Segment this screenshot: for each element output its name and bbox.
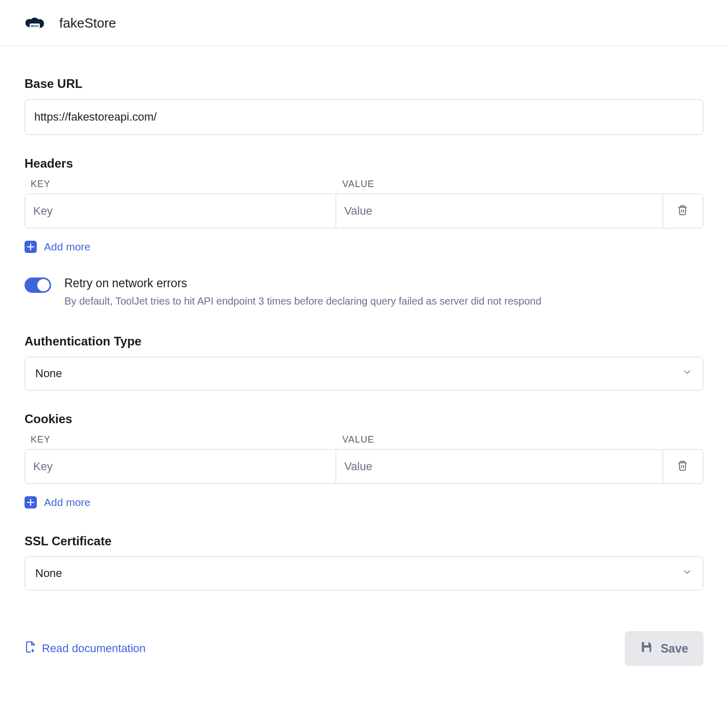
headers-add-more-button[interactable]: Add more — [25, 241, 90, 253]
plus-icon — [25, 241, 37, 253]
chevron-down-icon — [682, 566, 693, 581]
form-footer: Read documentation Save — [0, 611, 728, 686]
cookies-label: Cookies — [25, 412, 703, 426]
cookies-key-col: KEY — [25, 434, 336, 449]
retry-description: By default, ToolJet tries to hit API end… — [64, 293, 542, 309]
cookies-add-more-button[interactable]: Add more — [25, 496, 90, 509]
cookies-column-headers: KEY VALUE — [25, 434, 703, 449]
auth-type-label: Authentication Type — [25, 334, 703, 349]
svg-rect-2 — [644, 642, 649, 645]
save-button[interactable]: Save — [625, 631, 703, 666]
toggle-knob — [37, 279, 50, 291]
svg-rect-3 — [644, 648, 650, 652]
rest-api-icon: REST — [25, 16, 45, 31]
base-url-label: Base URL — [25, 77, 703, 91]
datasource-form: Base URL Headers KEY VALUE Add more R — [0, 46, 728, 611]
save-button-label: Save — [661, 642, 688, 656]
datasource-header: REST fakeStore — [0, 0, 728, 46]
retry-title: Retry on network errors — [64, 276, 542, 290]
plus-icon — [25, 496, 37, 509]
headers-key-col: KEY — [25, 179, 336, 194]
read-documentation-label: Read documentation — [42, 642, 146, 655]
save-icon — [640, 640, 661, 657]
trash-icon — [677, 460, 688, 473]
svg-text:REST: REST — [31, 25, 39, 28]
ssl-select[interactable]: None — [25, 557, 703, 590]
datasource-title: fakeStore — [59, 15, 116, 31]
cookies-row — [25, 449, 703, 484]
retry-toggle[interactable] — [25, 278, 51, 293]
headers-delete-button[interactable] — [663, 194, 701, 228]
cookies-value-col: VALUE — [336, 434, 648, 449]
chevron-down-icon — [682, 366, 693, 381]
ssl-label: SSL Certificate — [25, 534, 703, 548]
headers-key-input[interactable] — [25, 194, 336, 228]
headers-value-input[interactable] — [336, 194, 663, 228]
headers-row — [25, 194, 703, 228]
auth-type-select[interactable]: None — [25, 357, 703, 390]
cookies-value-input[interactable] — [336, 450, 663, 483]
ssl-value: None — [35, 567, 62, 580]
trash-icon — [677, 204, 688, 218]
cookies-add-more-label: Add more — [44, 496, 90, 509]
base-url-input[interactable] — [25, 99, 703, 135]
auth-type-value: None — [35, 367, 62, 380]
headers-add-more-label: Add more — [44, 241, 90, 253]
document-icon — [25, 641, 42, 656]
cookies-delete-button[interactable] — [663, 450, 701, 483]
read-documentation-link[interactable]: Read documentation — [25, 641, 146, 656]
retry-section: Retry on network errors By default, Tool… — [25, 276, 703, 309]
cookies-key-input[interactable] — [25, 450, 336, 483]
headers-column-headers: KEY VALUE — [25, 179, 703, 194]
headers-value-col: VALUE — [336, 179, 648, 194]
headers-label: Headers — [25, 156, 703, 171]
